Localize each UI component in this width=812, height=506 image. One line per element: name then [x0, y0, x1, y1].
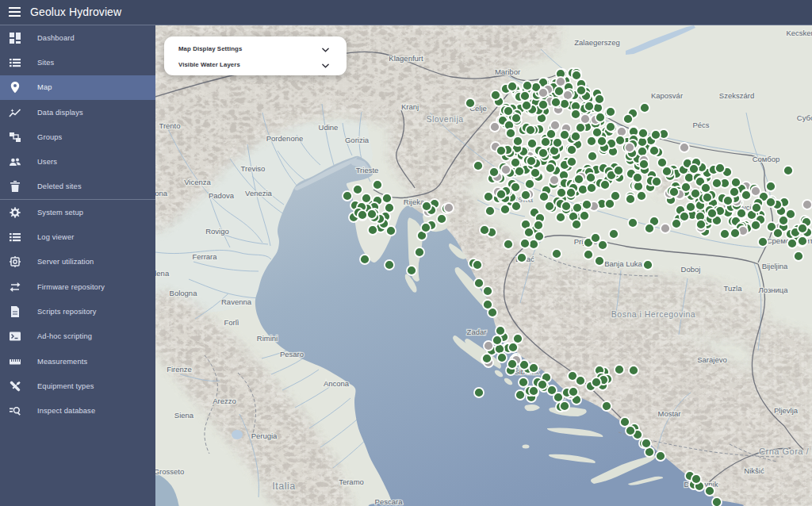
svg-text:Modena: Modena: [155, 269, 170, 278]
svg-text:Arezzo: Arezzo: [213, 397, 236, 405]
svg-text:Udine: Udine: [319, 123, 339, 132]
svg-text:Trento: Trento: [159, 121, 180, 130]
svg-text:Bologna: Bologna: [170, 289, 198, 297]
svg-text:Gorizia: Gorizia: [345, 136, 370, 144]
svg-text:Banja Luka: Banja Luka: [604, 259, 642, 268]
svg-text:Firenze: Firenze: [167, 365, 192, 374]
svg-text:Treviso: Treviso: [241, 164, 266, 173]
svg-text:Grosseto: Grosseto: [155, 467, 184, 476]
svg-text:Forlì: Forlì: [224, 318, 239, 327]
svg-text:Лозница: Лозница: [758, 286, 788, 294]
svg-text:Pordenone: Pordenone: [266, 134, 303, 143]
svg-text:Klagenfurt: Klagenfurt: [389, 54, 423, 63]
svg-text:Bosna i Hercegovina: Bosna i Hercegovina: [611, 309, 695, 319]
svg-text:Kaposvár: Kaposvár: [651, 91, 683, 100]
svg-text:Ravenna: Ravenna: [221, 297, 252, 306]
svg-text:Italia: Italia: [272, 481, 295, 492]
svg-text:Teramo: Teramo: [339, 477, 364, 486]
svg-text:Padova: Padova: [209, 191, 235, 200]
svg-text:Rovigo: Rovigo: [205, 227, 229, 236]
svg-text:Venezia: Venezia: [245, 189, 273, 197]
svg-text:Pescara: Pescara: [375, 497, 404, 506]
svg-text:Crna Gora / Цр: Crna Gora / Цр: [759, 447, 812, 456]
svg-text:Pljevlja: Pljevlja: [774, 406, 799, 415]
svg-text:Ferrara: Ferrara: [192, 252, 217, 261]
svg-text:Zadar: Zadar: [467, 328, 487, 336]
svg-text:Verona: Verona: [155, 189, 168, 197]
svg-text:Nikšić: Nikšić: [744, 466, 764, 475]
svg-text:Perugia: Perugia: [251, 431, 278, 440]
svg-text:Doboj: Doboj: [681, 265, 701, 274]
svg-text:Trieste: Trieste: [356, 166, 379, 174]
svg-text:Rimini: Rimini: [257, 334, 278, 343]
svg-text:Zalaegerszeg: Zalaegerszeg: [574, 38, 620, 47]
svg-text:Субо: Субо: [797, 113, 812, 122]
svg-text:Tuzla: Tuzla: [724, 284, 743, 293]
svg-text:Mostar: Mostar: [657, 409, 680, 418]
svg-text:Kranj: Kranj: [401, 102, 419, 111]
svg-text:Pécs: Pécs: [692, 121, 709, 129]
svg-text:Vicenza: Vicenza: [184, 178, 211, 186]
svg-text:Slovenija: Slovenija: [426, 114, 463, 124]
svg-text:Szekszárd: Szekszárd: [719, 91, 754, 100]
svg-text:Ancona: Ancona: [324, 379, 350, 388]
svg-text:Sarajevo: Sarajevo: [697, 355, 727, 364]
svg-text:Maribor: Maribor: [495, 67, 520, 76]
svg-text:Siena: Siena: [174, 411, 194, 420]
svg-text:Pesaro: Pesaro: [280, 350, 304, 358]
svg-text:Bijeljina: Bijeljina: [762, 262, 788, 270]
svg-text:Сомбор: Сомбор: [753, 155, 780, 163]
svg-text:Kecskem: Kecskem: [786, 29, 812, 37]
